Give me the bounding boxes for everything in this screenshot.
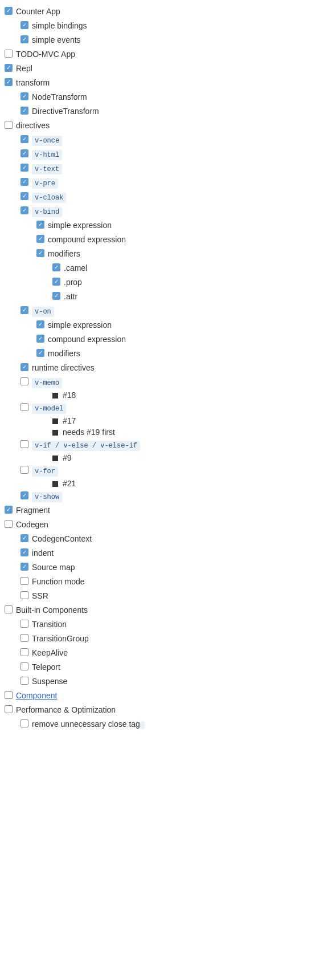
checkbox-simple-bindings[interactable] bbox=[21, 21, 28, 29]
text-label: simple events bbox=[32, 35, 81, 44]
label-teleport: Teleport bbox=[32, 661, 332, 673]
text-label: .prop bbox=[64, 278, 82, 287]
label-directive-transform: DirectiveTransform bbox=[32, 105, 332, 117]
label-repl: Repl bbox=[16, 63, 332, 75]
tree-item-remove-close-tag: remove unnecessary close tag bbox=[0, 717, 332, 731]
tree-item-von-simple: simple expression bbox=[0, 318, 332, 332]
checkbox-node-transform[interactable] bbox=[21, 92, 28, 100]
checkbox-transition-group[interactable] bbox=[21, 634, 28, 642]
checkbox-directive-transform[interactable] bbox=[21, 107, 28, 115]
tree-item-vif-9: #9 bbox=[0, 452, 332, 463]
label-v-cloak: v-cloak bbox=[32, 191, 332, 203]
checkbox-mod-prop[interactable] bbox=[52, 278, 60, 286]
label-component: Component bbox=[16, 690, 332, 702]
checkbox-remove-close-tag[interactable] bbox=[21, 719, 28, 727]
checkbox-v-on[interactable] bbox=[21, 306, 28, 314]
checkbox-vbind-simple[interactable] bbox=[36, 221, 44, 229]
checkbox-vbind-modifiers[interactable] bbox=[36, 249, 44, 257]
label-mod-prop: .prop bbox=[64, 276, 332, 288]
label-v-show: v-show bbox=[32, 490, 332, 502]
bullet-label: #18 bbox=[63, 391, 76, 400]
checkbox-component[interactable] bbox=[5, 691, 13, 699]
checkbox-v-html[interactable] bbox=[21, 149, 28, 157]
checkbox-fragment[interactable] bbox=[5, 506, 13, 514]
tree-item-mod-prop: .prop bbox=[0, 275, 332, 290]
checkbox-von-simple[interactable] bbox=[36, 320, 44, 328]
checkbox-directives[interactable] bbox=[5, 121, 13, 129]
checkbox-v-cloak[interactable] bbox=[21, 192, 28, 200]
tree-item-v-cloak: v-cloak bbox=[0, 190, 332, 204]
checkbox-built-in[interactable] bbox=[5, 605, 13, 613]
text-label: Suspense bbox=[32, 677, 67, 686]
tree-item-vmodel-needs: needs #19 first bbox=[0, 426, 332, 438]
label-node-transform: NodeTransform bbox=[32, 91, 332, 103]
checkbox-source-map[interactable] bbox=[21, 563, 28, 571]
checkbox-von-modifiers[interactable] bbox=[36, 349, 44, 357]
main-tree: Counter App simple bindings simple event… bbox=[0, 5, 332, 731]
code-tag: v-pre bbox=[32, 178, 58, 189]
checkbox-transform[interactable] bbox=[5, 78, 13, 86]
checkbox-v-model[interactable] bbox=[21, 403, 28, 411]
label-codegen: Codegen bbox=[16, 519, 332, 531]
tree-item-runtime-directives: runtime directives bbox=[0, 361, 332, 375]
checkbox-transition[interactable] bbox=[21, 620, 28, 628]
text-label: compound expression bbox=[48, 335, 126, 344]
tree-item-repl: Repl bbox=[0, 62, 332, 76]
checkbox-v-text[interactable] bbox=[21, 164, 28, 172]
text-label: indent bbox=[32, 548, 54, 558]
checkbox-keep-alive[interactable] bbox=[21, 648, 28, 656]
checkbox-codegen[interactable] bbox=[5, 520, 13, 528]
checkbox-mod-camel[interactable] bbox=[52, 263, 60, 271]
checkbox-suspense[interactable] bbox=[21, 677, 28, 685]
checkbox-perf[interactable] bbox=[5, 705, 13, 713]
label-vbind-modifiers: modifiers bbox=[48, 248, 332, 260]
bullet-label: #21 bbox=[63, 479, 76, 488]
checkbox-v-once[interactable] bbox=[21, 135, 28, 143]
checkbox-v-if[interactable] bbox=[21, 440, 28, 448]
tree-item-v-model: v-model bbox=[0, 401, 332, 415]
label-transition-group: TransitionGroup bbox=[32, 633, 332, 645]
inline-code bbox=[140, 721, 145, 729]
checkbox-vbind-compound[interactable] bbox=[36, 235, 44, 243]
code-tag: v-for bbox=[32, 466, 58, 477]
checkbox-von-compound[interactable] bbox=[36, 335, 44, 343]
checkbox-counter-app[interactable] bbox=[5, 7, 13, 15]
text-label: simple expression bbox=[48, 221, 112, 230]
text-label: Transition bbox=[32, 620, 67, 629]
tree-item-teleport: Teleport bbox=[0, 660, 332, 674]
checkbox-ssr[interactable] bbox=[21, 591, 28, 599]
checkbox-v-show[interactable] bbox=[21, 491, 28, 499]
label-v-memo: v-memo bbox=[32, 376, 332, 388]
tree-item-simple-bindings: simple bindings bbox=[0, 19, 332, 33]
label-v-model: v-model bbox=[32, 402, 332, 414]
checkbox-teleport[interactable] bbox=[21, 662, 28, 670]
checkbox-todo-mvc[interactable] bbox=[5, 50, 13, 58]
checkbox-v-pre[interactable] bbox=[21, 178, 28, 186]
tree-item-vbind-compound: compound expression bbox=[0, 233, 332, 247]
tree-item-v-on: v-on bbox=[0, 304, 332, 318]
checkbox-mod-attr[interactable] bbox=[52, 292, 60, 300]
tree-item-perf: Performance & Optimization bbox=[0, 703, 332, 717]
code-tag: v-cloak bbox=[32, 193, 66, 203]
checkbox-function-mode[interactable] bbox=[21, 577, 28, 585]
link-label[interactable]: Component bbox=[16, 691, 57, 700]
label-simple-events: simple events bbox=[32, 34, 332, 46]
label-mod-attr: .attr bbox=[64, 291, 332, 303]
checkbox-v-bind[interactable] bbox=[21, 206, 28, 214]
text-label: Teleport bbox=[32, 662, 60, 672]
checkbox-v-memo[interactable] bbox=[21, 377, 28, 385]
checkbox-indent[interactable] bbox=[21, 548, 28, 556]
tree-item-vbind-modifiers: modifiers bbox=[0, 247, 332, 261]
checkbox-runtime-directives[interactable] bbox=[21, 363, 28, 371]
tree-item-counter-app: Counter App bbox=[0, 5, 332, 19]
label-function-mode: Function mode bbox=[32, 576, 332, 588]
tree-item-suspense: Suspense bbox=[0, 674, 332, 689]
checkbox-codegen-context[interactable] bbox=[21, 534, 28, 542]
checkbox-simple-events[interactable] bbox=[21, 35, 28, 43]
code-tag: v-once bbox=[32, 136, 62, 146]
tree-item-codegen: Codegen bbox=[0, 518, 332, 532]
label-ssr: SSR bbox=[32, 590, 332, 602]
checkbox-repl[interactable] bbox=[5, 64, 13, 72]
bullet-label: #17 bbox=[63, 416, 76, 425]
checkbox-v-for[interactable] bbox=[21, 466, 28, 474]
